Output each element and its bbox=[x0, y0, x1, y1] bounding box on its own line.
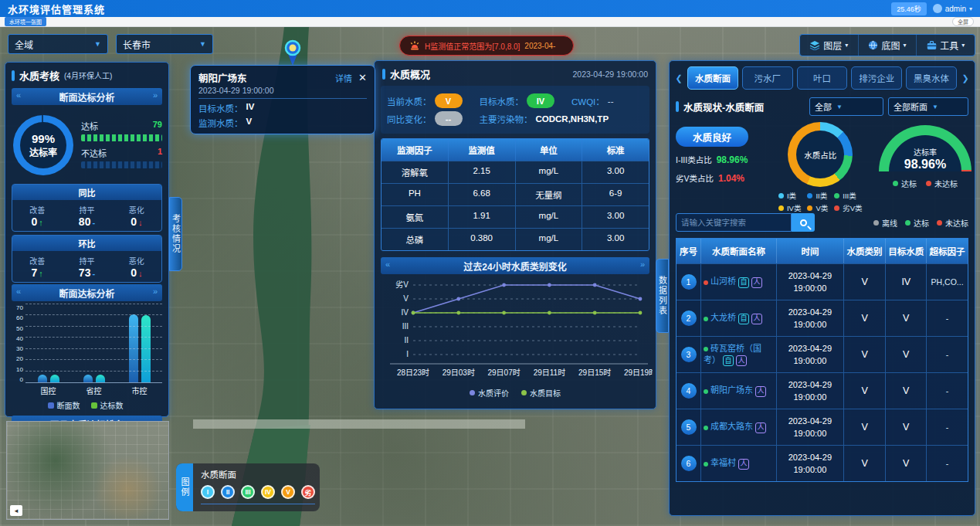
reach-label: 达标 bbox=[81, 120, 98, 132]
badge-人: 人 bbox=[736, 355, 747, 366]
region-select[interactable]: 全域 ▼ bbox=[8, 34, 108, 54]
monitoring-factors-table: 监测因子监测值单位标准 溶解氧2.15mg/L3.00PH6.68无量纲6-9氨… bbox=[381, 138, 649, 251]
map-legend: 图例 水质断面 IIIIIIIVV劣 bbox=[176, 463, 320, 511]
decoration: » bbox=[153, 287, 158, 296]
category-tabs: ❮ 水质断面污水厂叶口排污企业黑臭水体 ❯ bbox=[670, 61, 975, 93]
stat-item: 恶化0↓ bbox=[112, 200, 161, 231]
trend-arrow-icon: ↓ bbox=[138, 218, 143, 227]
section-row[interactable]: 2大龙桥自人2023-04-2919:00:00VV- bbox=[677, 300, 968, 336]
station-map-pin[interactable] bbox=[283, 39, 303, 66]
stat-item: 改善7↑ bbox=[12, 251, 62, 282]
detail-link[interactable]: 详情 bbox=[335, 72, 352, 84]
status-badge: 水质良好 bbox=[676, 127, 748, 147]
filter-value: 全部断面 bbox=[894, 100, 927, 113]
tab-污水厂[interactable]: 污水厂 bbox=[742, 66, 793, 90]
section-title: 断面达标分析 bbox=[59, 90, 114, 104]
section-row[interactable]: 3砖瓦窑桥（国考）自人2023-04-2919:00:00VV- bbox=[677, 336, 968, 372]
search-input[interactable] bbox=[676, 213, 792, 232]
section-row[interactable]: 5成都大路东人2023-04-2919:00:00VV- bbox=[677, 409, 968, 445]
trend-arrow-icon: ↑ bbox=[39, 269, 43, 278]
gauge-value: 98.96% bbox=[879, 158, 972, 171]
svg-text:29日07时: 29日07时 bbox=[487, 368, 520, 377]
stat-item: 持平73- bbox=[62, 251, 111, 282]
mom-title: 环比 bbox=[12, 236, 161, 251]
pollutants-label: 主要污染物： bbox=[480, 113, 533, 125]
avatar bbox=[933, 4, 942, 13]
section-title: 断面达标分析 bbox=[59, 287, 114, 300]
basemap-label: 底图 bbox=[881, 39, 900, 52]
fullscreen-button[interactable]: 全屏 bbox=[952, 17, 974, 26]
region-value: 全域 bbox=[15, 38, 33, 51]
layers-button[interactable]: 图层 ▾ bbox=[800, 35, 859, 56]
trend-24h-line-chart: IIIIIIIVV劣V28日23时29日03时29日07时29日11时29日15… bbox=[378, 276, 653, 384]
decoration: « bbox=[16, 287, 21, 296]
basemap-button[interactable]: 底图 ▾ bbox=[859, 35, 917, 56]
reach-bar bbox=[81, 134, 162, 141]
section-row[interactable]: 4朝阳广场东人2023-04-2919:00:00VV- bbox=[677, 372, 968, 409]
data-list-side-tab[interactable]: 数据列表 bbox=[656, 259, 669, 333]
factor-row: 溶解氧2.15mg/L3.00 bbox=[381, 161, 649, 183]
sections-table: 序号水质断面名称时间水质类别目标水质超标因子 1山河桥自人2023-04-291… bbox=[676, 238, 968, 482]
assessment-panel: 水质考核 (4月环保人工) « 断面达标分析 » 99% 达标率 达标 79 bbox=[5, 62, 169, 417]
decoration: « bbox=[385, 260, 390, 269]
svg-text:劣V: 劣V bbox=[395, 280, 409, 289]
search-button[interactable] bbox=[792, 213, 815, 232]
svg-text:IV: IV bbox=[402, 308, 409, 317]
assessment-side-tab[interactable]: 考核情况 bbox=[169, 197, 182, 271]
section-row[interactable]: 1山河桥自人2023-04-2919:00:00VIVPH,CO... bbox=[677, 263, 968, 300]
svg-text:29日11时: 29日11时 bbox=[534, 368, 566, 377]
section-header: « 断面达标分析 » bbox=[12, 88, 162, 105]
legend-class-II: II bbox=[221, 485, 235, 499]
city-select[interactable]: 长春市 ▼ bbox=[116, 34, 213, 54]
pass-rate-block: 99% 达标率 达标 79 不达标 1 bbox=[5, 107, 168, 181]
chevron-down-icon: ▼ bbox=[199, 40, 206, 48]
browser-tab-strip: 水环境一张图 全屏 bbox=[0, 17, 980, 27]
stat-item: 持平80- bbox=[62, 200, 111, 231]
panel-subtitle: (4月环保人工) bbox=[64, 70, 112, 81]
user-menu[interactable]: admin ▾ bbox=[933, 4, 972, 13]
chevron-down-icon: ▾ bbox=[961, 42, 965, 49]
legend-tab[interactable]: 图例 bbox=[176, 463, 193, 511]
tab-黑臭水体[interactable]: 黑臭水体 bbox=[906, 66, 957, 90]
collapse-minimap-button[interactable]: ◂ bbox=[10, 505, 22, 516]
tab-水质断面[interactable]: 水质断面 bbox=[687, 66, 738, 90]
status-dot bbox=[704, 389, 708, 394]
nonreach-bar bbox=[81, 161, 162, 168]
badge-自: 自 bbox=[738, 277, 749, 288]
decoration: » bbox=[153, 90, 158, 100]
tabs-scroll-left[interactable]: ❮ bbox=[674, 66, 683, 90]
close-icon[interactable]: ✕ bbox=[358, 73, 367, 83]
tab-排污企业[interactable]: 排污企业 bbox=[851, 66, 902, 90]
mom-box: 环比 改善7↑持平73-恶化0↓ bbox=[12, 235, 162, 283]
page-tab[interactable]: 水环境一张图 bbox=[5, 17, 46, 26]
stat-item: 改善0↑ bbox=[12, 200, 62, 231]
target-quality-pill: IV bbox=[527, 93, 554, 108]
overview-mini-map[interactable]: ◂ bbox=[6, 421, 169, 520]
stat2-label: 劣V类占比 bbox=[676, 172, 714, 184]
tab-叶口[interactable]: 叶口 bbox=[797, 66, 848, 90]
trend-arrow-icon: ↓ bbox=[138, 269, 143, 278]
filter-select-sections[interactable]: 全部断面 ▼ bbox=[888, 97, 968, 116]
alert-banner[interactable]: H监测值正常范围为[7.0,8.0] 2023-04- bbox=[399, 36, 574, 56]
quality-share-donut: 水质占比 bbox=[788, 122, 853, 187]
toolbox-icon bbox=[927, 41, 937, 50]
globe-icon bbox=[868, 40, 878, 50]
station-time: 2023-04-29 19:00:00 bbox=[198, 86, 367, 95]
station-name: 朝阳广场东 bbox=[198, 70, 247, 85]
section-row[interactable]: 6幸福村人2023-04-2919:00:00VV- bbox=[677, 445, 968, 481]
title-marker bbox=[382, 69, 385, 80]
pass-rate-caption: 达标率 bbox=[29, 145, 57, 158]
bar-chart-x-labels: 国控省控市控 bbox=[25, 383, 162, 396]
badge-人: 人 bbox=[751, 277, 762, 288]
tools-button[interactable]: 工具 ▾ bbox=[917, 35, 975, 56]
filter-select-all[interactable]: 全部 ▼ bbox=[809, 97, 883, 116]
quality-summary-box: 当前水质： V 目标水质： IV CWQI： -- 同比变化： -- 主要污染物… bbox=[381, 86, 649, 134]
quality-share-legend: I类II类III类IV类V类劣V类 bbox=[778, 190, 863, 213]
trend-arrow-icon: - bbox=[92, 269, 95, 278]
current-quality-label: 当前水质： bbox=[387, 95, 432, 107]
tabs-scroll-right[interactable]: ❯ bbox=[961, 66, 970, 90]
badge-人: 人 bbox=[755, 422, 766, 433]
compliance-gauge: 达标率 98.96% bbox=[879, 125, 972, 171]
search-icon bbox=[800, 219, 807, 226]
legend-class-III: III bbox=[241, 485, 255, 499]
